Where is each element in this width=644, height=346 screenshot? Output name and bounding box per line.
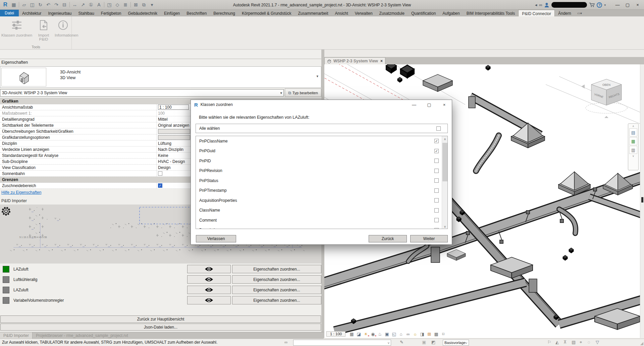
- editing-requests-icon[interactable]: ✎: [400, 340, 404, 345]
- detail-level-icon[interactable]: ▦: [349, 331, 355, 337]
- item-checkbox[interactable]: [434, 198, 439, 203]
- type-selector[interactable]: 3D-Ansicht 3D View ▾: [0, 66, 321, 88]
- close-hidden-windows-icon[interactable]: ⊠: [132, 1, 140, 8]
- list-item[interactable]: PnPClassName✓: [196, 136, 447, 146]
- tab-pid-importer[interactable]: P&ID Importer: [0, 332, 33, 339]
- measure-icon[interactable]: ↔: [71, 1, 78, 8]
- list-item[interactable]: Comment: [196, 215, 447, 225]
- scrollbar-handle[interactable]: [641, 197, 643, 203]
- verlassen-button[interactable]: Verlassen: [196, 235, 236, 242]
- item-checkbox[interactable]: ✓: [434, 139, 439, 143]
- temporary-view-icon[interactable]: ◨: [419, 331, 425, 337]
- dialog-close-button[interactable]: ×: [437, 100, 452, 109]
- scale-combo-cell[interactable]: 1 : 100: [158, 105, 189, 110]
- item-checkbox[interactable]: [434, 159, 439, 163]
- crop-region-icon[interactable]: ◱: [391, 331, 397, 337]
- chevron-down-icon[interactable]: ▾: [316, 74, 318, 78]
- list-item[interactable]: Description: [196, 225, 447, 229]
- assign-properties-button[interactable]: Eigenschaften zuordnen...: [232, 286, 321, 294]
- view-selector-combo[interactable]: 3D-Ansicht: WSHP 2-3 System View ▾: [0, 89, 284, 97]
- scrollbar-thumb[interactable]: [442, 143, 447, 181]
- resize-grip[interactable]: ◢: [640, 341, 643, 346]
- edit-button-cell[interactable]: [158, 129, 190, 134]
- list-item[interactable]: PnPTimestamp: [196, 186, 447, 196]
- load-json-button[interactable]: Json-Datei laden...: [0, 324, 321, 331]
- tab-aufgaben[interactable]: Aufgaben: [439, 10, 463, 16]
- sonnenbahn-checkbox[interactable]: [158, 171, 162, 176]
- dock-panel-button-3[interactable]: ▥: [629, 146, 637, 154]
- tab-beschriften[interactable]: Beschriften: [183, 10, 210, 16]
- tab-quantification[interactable]: Quantification: [408, 10, 439, 16]
- zuschneidebereich-checkbox[interactable]: ✓: [158, 183, 162, 188]
- app-store-cart-icon[interactable]: [589, 2, 595, 7]
- tab-fertigbeton[interactable]: Fertigbeton: [98, 10, 125, 16]
- default-3d-view-icon[interactable]: ◳: [106, 1, 113, 8]
- view-tab-wshp[interactable]: WSHP 2-3 System View ×: [324, 57, 385, 64]
- revit-logo-icon[interactable]: R: [1, 1, 9, 8]
- tab-einfuegen[interactable]: Einfügen: [161, 10, 183, 16]
- dialog-minimize-button[interactable]: —: [407, 100, 422, 109]
- tab-verwalten[interactable]: Verwalten: [352, 10, 376, 16]
- layer-visibility-button[interactable]: [187, 286, 231, 294]
- selection-box-icon[interactable]: ⌑: [440, 331, 446, 337]
- scroll-up-icon[interactable]: ∧: [632, 125, 634, 128]
- selection-filter-icon[interactable]: ▽: [596, 340, 599, 345]
- section-icon[interactable]: ◇: [114, 1, 121, 8]
- tab-zusammenarbeit[interactable]: Zusammenarbeit: [294, 10, 331, 16]
- dialog-maximize-button[interactable]: ▢: [422, 100, 437, 109]
- customize-qat-icon[interactable]: ▾: [148, 1, 156, 8]
- dialog-title-bar[interactable]: R Klassen zuordnen — ▢ ×: [191, 100, 452, 109]
- sync-icon[interactable]: ↻: [37, 1, 44, 8]
- tab-bim-interoperabilitaets-tools[interactable]: BIM Interoperabilitäts Tools: [463, 10, 519, 16]
- select-all-row[interactable]: Alle wählen: [196, 124, 448, 133]
- layer-visibility-button[interactable]: [187, 265, 231, 273]
- tab-stahlbau[interactable]: Stahlbau: [75, 10, 97, 16]
- active-workset-combo[interactable]: ∨: [293, 340, 391, 346]
- tab-architektur[interactable]: Architektur: [19, 10, 45, 16]
- list-item[interactable]: ClassName: [196, 206, 447, 216]
- design-option-combo[interactable]: Basisvorlage∨: [443, 340, 469, 346]
- weiter-button[interactable]: Weiter: [410, 235, 448, 242]
- ui-overview-icon[interactable]: ▦: [10, 1, 17, 8]
- signed-in-username-redacted[interactable]: [551, 2, 587, 8]
- informationen-button[interactable]: Informationen: [55, 18, 71, 37]
- close-view-icon[interactable]: ×: [380, 59, 383, 63]
- open-icon[interactable]: ▱: [20, 1, 28, 8]
- sun-path-icon[interactable]: ☀×: [363, 331, 369, 337]
- assign-properties-button[interactable]: Eigenschaften zuordnen...: [232, 296, 321, 304]
- worksharing-display-icon[interactable]: ⊞: [426, 331, 432, 337]
- assign-properties-button[interactable]: Eigenschaften zuordnen...: [232, 275, 321, 284]
- tab-datei[interactable]: Datei: [0, 10, 19, 16]
- layer-visibility-button[interactable]: [187, 275, 231, 284]
- layer-color-swatch[interactable]: [3, 287, 9, 293]
- undo-icon[interactable]: ↶: [45, 1, 52, 8]
- aligned-dimension-icon[interactable]: ↗: [79, 1, 87, 8]
- tab-ingenieurbau[interactable]: Ingenieurbau: [45, 10, 75, 16]
- tab-ansicht[interactable]: Ansicht: [332, 10, 352, 16]
- tab-aendern[interactable]: Ändern: [555, 10, 575, 16]
- item-checkbox[interactable]: ✓: [434, 149, 439, 153]
- ribbon-display-toggle[interactable]: ▭▾: [575, 10, 585, 16]
- layer-color-swatch[interactable]: [3, 276, 9, 283]
- viewport-scrollbar[interactable]: [640, 64, 644, 338]
- view-cube[interactable]: OBEN VORNE RECHTS: [581, 79, 627, 118]
- scroll-up-icon[interactable]: ∧: [442, 136, 448, 142]
- redo-icon[interactable]: ↷: [53, 1, 60, 8]
- tab-koerpermodell[interactable]: Körpermodell & Grundstück: [238, 10, 294, 16]
- pid-settings-button[interactable]: [1, 206, 11, 217]
- displace-elements-icon[interactable]: ▩: [433, 331, 439, 337]
- list-scrollbar[interactable]: ∧ ∨: [442, 136, 447, 229]
- crop-view-icon[interactable]: ▣: [384, 331, 390, 337]
- item-checkbox[interactable]: [434, 228, 439, 229]
- collapse-arrow-icon[interactable]: ◂: [535, 2, 537, 7]
- select-by-face-icon[interactable]: ◌: [588, 340, 590, 345]
- shadows-icon[interactable]: ◉×: [370, 331, 376, 337]
- press-drag-icon[interactable]: ⊼: [564, 340, 567, 345]
- dock-panel-button-2[interactable]: ▦: [629, 137, 637, 145]
- design-options-icon[interactable]: ▣: [422, 340, 426, 345]
- tab-pid-connector[interactable]: P&ID Connector: [518, 10, 555, 16]
- visual-style-icon[interactable]: ◪: [356, 331, 362, 337]
- restore-button[interactable]: ▢: [623, 1, 633, 9]
- reveal-hidden-icon[interactable]: ☼: [412, 331, 418, 337]
- exclude-options-icon[interactable]: ◩: [431, 340, 435, 345]
